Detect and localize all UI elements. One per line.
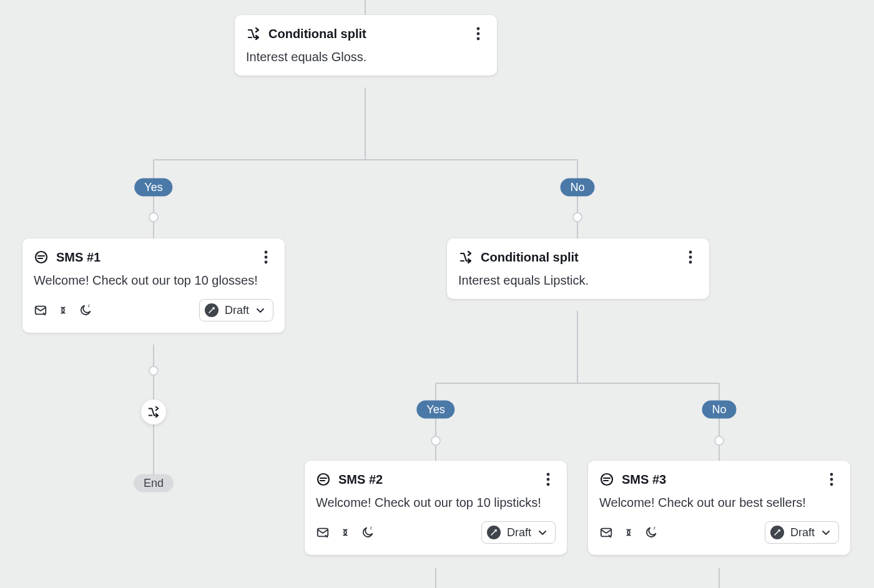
- card-title: SMS #2: [338, 473, 383, 487]
- conditional-split-card[interactable]: Conditional split Interest equals Lipsti…: [447, 238, 709, 299]
- draft-status-icon: [205, 303, 219, 317]
- smart-send-icon[interactable]: [316, 526, 330, 539]
- status-label: Draft: [225, 304, 249, 317]
- branch-no-pill: No: [702, 401, 736, 419]
- card-description: Welcome! Check out our top 10 glosses!: [34, 273, 273, 288]
- more-menu-button[interactable]: [471, 26, 486, 41]
- more-menu-button[interactable]: [541, 472, 556, 487]
- svg-point-2: [477, 37, 480, 41]
- draft-status-icon: [487, 526, 501, 539]
- status-label: Draft: [790, 526, 815, 539]
- svg-point-13: [689, 261, 692, 264]
- connector-dot: [149, 366, 159, 376]
- branch-no-pill: No: [560, 179, 594, 197]
- card-title: SMS #3: [622, 473, 666, 487]
- chevron-down-icon: [821, 527, 831, 537]
- add-step-button[interactable]: [141, 399, 166, 424]
- smart-send-icon[interactable]: [599, 526, 613, 539]
- svg-point-25: [830, 473, 833, 476]
- link-icon[interactable]: [622, 526, 636, 539]
- svg-point-11: [689, 251, 692, 254]
- svg-point-18: [547, 478, 550, 481]
- card-description: Interest equals Gloss.: [246, 50, 486, 64]
- link-icon[interactable]: [56, 303, 70, 317]
- conditional-split-card[interactable]: Conditional split Interest equals Gloss.: [235, 15, 497, 76]
- status-dropdown[interactable]: Draft: [481, 521, 556, 544]
- connector-dot: [149, 212, 159, 222]
- card-title: Conditional split: [268, 27, 366, 41]
- svg-point-19: [547, 483, 550, 486]
- sms-card[interactable]: SMS #3 Welcome! Check out our best selle…: [588, 461, 850, 555]
- smart-send-icon[interactable]: [34, 303, 47, 317]
- svg-point-17: [547, 473, 550, 476]
- svg-point-3: [36, 252, 47, 263]
- draft-status-icon: [770, 526, 784, 539]
- card-description: Welcome! Check out our best sellers!: [599, 496, 839, 510]
- svg-point-6: [265, 251, 268, 254]
- svg-point-7: [265, 256, 268, 259]
- quiet-hours-icon[interactable]: z: [644, 526, 658, 539]
- svg-point-22: [601, 474, 612, 485]
- status-label: Draft: [507, 526, 531, 539]
- card-description: Interest equals Lipstick.: [458, 273, 698, 288]
- quiet-hours-icon[interactable]: z: [79, 303, 92, 317]
- svg-point-14: [318, 474, 329, 485]
- branch-yes-pill: Yes: [134, 179, 172, 197]
- chevron-down-icon: [255, 305, 265, 315]
- connector-dot: [714, 436, 724, 446]
- link-icon[interactable]: [338, 526, 352, 539]
- more-menu-button[interactable]: [258, 250, 273, 265]
- svg-text:z: z: [88, 303, 90, 308]
- branch-yes-pill: Yes: [416, 401, 454, 419]
- card-action-icons: z: [34, 303, 92, 317]
- svg-point-0: [477, 27, 480, 31]
- card-description: Welcome! Check out our top 10 lipsticks!: [316, 496, 556, 510]
- card-action-icons: z: [316, 526, 375, 539]
- connector-dot: [572, 212, 582, 222]
- end-pill: End: [134, 474, 174, 492]
- quiet-hours-icon[interactable]: z: [361, 526, 375, 539]
- connector-dot: [431, 436, 441, 446]
- more-menu-button[interactable]: [683, 250, 698, 265]
- svg-text:z: z: [654, 526, 656, 530]
- status-dropdown[interactable]: Draft: [199, 299, 273, 321]
- card-title: SMS #1: [56, 250, 101, 265]
- sms-card[interactable]: SMS #2 Welcome! Check out our top 10 lip…: [305, 461, 567, 555]
- svg-text:z: z: [370, 526, 372, 530]
- split-icon: [458, 250, 473, 265]
- sms-icon: [316, 472, 331, 487]
- svg-point-12: [689, 256, 692, 259]
- split-icon: [246, 26, 261, 41]
- sms-icon: [599, 472, 614, 487]
- card-action-icons: z: [599, 526, 658, 539]
- svg-point-26: [830, 478, 833, 481]
- card-title: Conditional split: [481, 250, 579, 265]
- svg-point-8: [265, 261, 268, 264]
- chevron-down-icon: [538, 527, 547, 537]
- more-menu-button[interactable]: [824, 472, 839, 487]
- sms-icon: [34, 250, 49, 265]
- svg-point-1: [477, 32, 480, 36]
- svg-point-27: [830, 483, 833, 486]
- status-dropdown[interactable]: Draft: [765, 521, 839, 544]
- sms-card[interactable]: SMS #1 Welcome! Check out our top 10 glo…: [22, 238, 285, 333]
